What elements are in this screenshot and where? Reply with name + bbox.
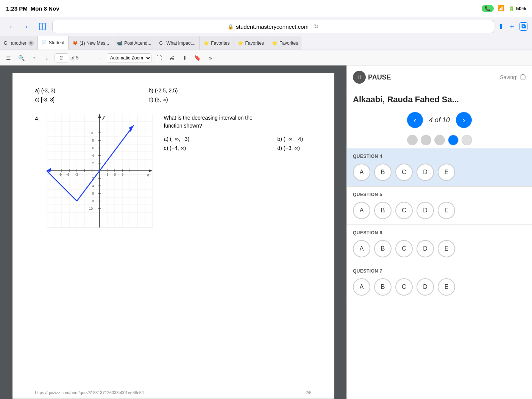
presentation-button[interactable]: ⛶ — [154, 53, 164, 63]
q4-answer-a[interactable]: A — [353, 164, 370, 181]
zoom-in-button[interactable]: + — [94, 53, 105, 63]
q6-answer-d[interactable]: D — [417, 240, 434, 257]
progress-dot-3[interactable] — [434, 135, 445, 145]
svg-text:8: 8 — [92, 199, 94, 203]
question-section-6: QUESTION 6 A B C D E — [347, 225, 532, 263]
q7-answer-b[interactable]: B — [374, 278, 392, 296]
tab-label-another: another — [11, 41, 27, 46]
q5-answer-a[interactable]: A — [353, 202, 370, 219]
q4-answer-d[interactable]: D — [417, 164, 434, 181]
progress-dot-2[interactable] — [421, 135, 431, 145]
option-row-ab: a) (-3, 3) b) (-2.5, 2.5) — [35, 87, 312, 94]
pause-icon: ⏸ — [353, 71, 366, 84]
tab-close-another[interactable]: ✕ — [28, 41, 34, 46]
pdf-page: a) (-3, 3) b) (-2.5, 2.5) c) [-3, 3] d) … — [12, 73, 334, 399]
nav-bar: ‹ › 🔒 student.masteryconnect.com ↻ ⬆ + ⧉ — [0, 17, 532, 36]
q7-answer-e[interactable]: E — [438, 278, 455, 296]
bookmarks-button[interactable] — [36, 20, 48, 33]
q6-answer-e[interactable]: E — [438, 240, 455, 257]
q4-answer-c[interactable]: C — [395, 164, 413, 181]
option-b[interactable]: b) (-2.5, 2.5) — [149, 87, 255, 94]
share-icon[interactable]: ⬆ — [498, 22, 504, 31]
q4-option-b[interactable]: b) (−∞, −4) — [278, 136, 347, 142]
q7-answer-d[interactable]: D — [417, 278, 434, 296]
question-section-7: QUESTION 7 A B C D E — [347, 263, 532, 301]
forward-button[interactable]: › — [20, 20, 33, 33]
student-name: Alkaabi, Rauda Fahed Sa... — [347, 89, 532, 108]
sidebar-toggle-button[interactable]: ☰ — [3, 53, 14, 63]
prev-question-button[interactable]: ‹ — [407, 112, 423, 128]
q5-answer-d[interactable]: D — [417, 202, 434, 219]
address-bar[interactable]: 🔒 student.masteryconnect.com ↻ — [52, 20, 494, 33]
url-text: student.masteryconnect.com — [236, 23, 309, 30]
q5-answer-e[interactable]: E — [438, 202, 455, 219]
q4-option-row-cd: c) (−4, ∞) d) (−3, ∞) — [164, 145, 347, 151]
q5-answer-c[interactable]: C — [395, 202, 413, 219]
tab-label-what-impact: What impact... — [166, 41, 195, 46]
google-favicon: G — [4, 41, 9, 46]
wifi-icon: 📶 — [498, 5, 505, 12]
q7-answer-c[interactable]: C — [395, 278, 413, 296]
svg-text:8: 8 — [92, 139, 94, 142]
more-button[interactable]: » — [205, 53, 216, 63]
q4-answer-b[interactable]: B — [374, 164, 392, 181]
question-5-label: QUESTION 5 — [353, 192, 526, 197]
tab-what-impact[interactable]: G What impact... — [155, 36, 200, 50]
tab-post-attend[interactable]: 📹 Post Attend... — [113, 36, 155, 50]
search-button[interactable]: 🔍 — [16, 53, 27, 63]
question-4-right: What is the decreasing interval on the f… — [164, 114, 347, 154]
sidebar: ⏸ PAUSE Saving: Alkaabi, Rauda Fahed Sa.… — [346, 65, 532, 399]
q4-option-d[interactable]: d) (−3, ∞) — [278, 145, 347, 151]
progress-current: 4 — [429, 116, 433, 124]
star-icon-2: ⭐ — [238, 41, 243, 46]
progress-display: 4 of 10 — [429, 116, 450, 124]
option-b-text: b) (-2.5, 2.5) — [149, 87, 178, 94]
question-4-text: What is the decreasing interval on the f… — [164, 114, 270, 130]
next-question-button[interactable]: › — [456, 112, 472, 128]
print-button[interactable]: 🖨 — [167, 53, 177, 63]
progress-dots — [347, 132, 532, 148]
progress-dot-5[interactable] — [462, 135, 472, 145]
option-c[interactable]: c) [-3, 3] — [35, 97, 141, 103]
pause-button[interactable]: ⏸ PAUSE — [353, 71, 391, 84]
back-button[interactable]: ‹ — [5, 20, 17, 33]
progress-dot-4[interactable] — [448, 135, 459, 145]
new-tab-icon[interactable]: + — [510, 22, 514, 31]
graph-container: x y -9 -6 -3 3 6 9 10 — [47, 114, 153, 233]
q4-answer-e[interactable]: E — [438, 164, 455, 181]
tab-new-mes[interactable]: 🦊 (1) New Mes... — [69, 36, 113, 50]
download-button[interactable]: ⬇ — [179, 53, 190, 63]
question-6-label: QUESTION 6 — [353, 230, 526, 235]
pdf-footer-url: https://quizizz.com/print/quiz/618813712… — [35, 390, 144, 395]
q7-answer-a[interactable]: A — [353, 278, 370, 296]
svg-text:y: y — [102, 114, 105, 120]
zoom-select[interactable]: Automatic Zoom 50% 75% 100% 125% 150% — [107, 53, 151, 62]
time: 1:23 PM — [6, 5, 28, 12]
day: Mon 8 Nov — [31, 5, 59, 12]
option-d[interactable]: d) (3, ∞) — [149, 97, 255, 103]
tab-favorites-1[interactable]: ⭐ Favorites — [200, 36, 234, 50]
q6-answer-a[interactable]: A — [353, 240, 370, 257]
tab-favorites-3[interactable]: ⭐ Favorites — [268, 36, 302, 50]
zoom-out-button[interactable]: − — [81, 53, 92, 63]
tab-google-another[interactable]: G another ✕ — [0, 36, 38, 50]
tab-favorites-2[interactable]: ⭐ Favorites — [234, 36, 268, 50]
status-right: 📞 📶 🔋 50% — [482, 5, 526, 12]
tab-student[interactable]: 📄 Student — [38, 36, 69, 50]
q6-answer-b[interactable]: B — [374, 240, 392, 257]
bookmark-button[interactable]: 🔖 — [192, 53, 203, 63]
q4-option-c[interactable]: c) (−4, ∞) — [164, 145, 270, 151]
reload-icon[interactable]: ↻ — [314, 23, 319, 30]
progress-nav: ‹ 4 of 10 › — [347, 108, 532, 132]
tabs-icon[interactable]: ⧉ — [520, 22, 527, 31]
question-section-5: QUESTION 5 A B C D E — [347, 187, 532, 225]
page-number-input[interactable] — [55, 53, 68, 62]
q6-answer-c[interactable]: C — [395, 240, 413, 257]
question-7-label: QUESTION 7 — [353, 268, 526, 274]
scroll-up-button[interactable]: ↑ — [29, 53, 39, 63]
progress-dot-1[interactable] — [407, 135, 418, 145]
scroll-down-button[interactable]: ↓ — [42, 53, 52, 63]
q5-answer-b[interactable]: B — [374, 202, 392, 219]
q4-option-a[interactable]: a) (−∞, −3) — [164, 136, 270, 142]
option-a[interactable]: a) (-3, 3) — [35, 87, 141, 94]
